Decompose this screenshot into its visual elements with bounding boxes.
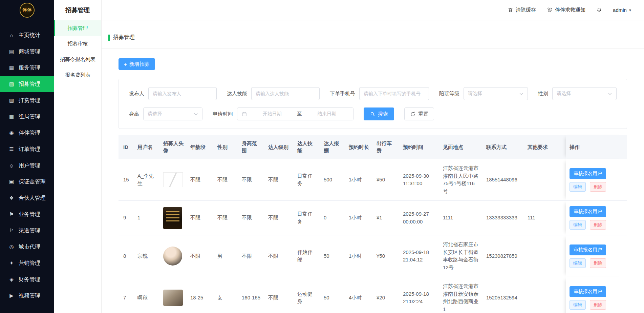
- clear-cache-button[interactable]: 清除缓存: [508, 7, 536, 13]
- delete-button[interactable]: 删除: [590, 258, 606, 268]
- gender-field: 性别 请选择: [538, 87, 617, 100]
- recruiter-avatar-image: [163, 247, 182, 266]
- header-duration: 预约时长: [345, 135, 373, 159]
- cell-location: 河北省石家庄市长安区长丰街道丰收路与金石街12号: [439, 235, 483, 277]
- publisher-field: 发布人: [129, 87, 217, 100]
- cell-contact: 18551448096: [483, 159, 524, 201]
- home-icon: ⌂: [8, 33, 15, 38]
- companion-level-field: 陪玩等级 请选择: [439, 87, 528, 100]
- cell-height: 不限: [238, 235, 265, 277]
- submenu-item-recruit-manage[interactable]: 招募管理: [54, 20, 101, 36]
- chevron-down-icon: [193, 111, 199, 117]
- sidebar-item-cooperation[interactable]: ❖合伙人管理: [0, 190, 54, 206]
- cell-height: 160-165: [238, 277, 265, 313]
- sidebar-item-city-agent[interactable]: ◎城市代理: [0, 239, 54, 255]
- height-select[interactable]: 请选择: [143, 107, 202, 120]
- sidebar-item-label: 营销管理: [19, 260, 40, 267]
- notifications-button[interactable]: [596, 7, 602, 13]
- height-field: 身高 请选择: [129, 107, 202, 120]
- delete-button[interactable]: 删除: [590, 220, 606, 230]
- edit-button[interactable]: 编辑: [570, 182, 586, 192]
- apply-time-label: 申请时间: [213, 111, 233, 117]
- main-area: 清除缓存 伴伴求救通知 admin ▾ 招募管理 +: [102, 0, 644, 313]
- gender-select[interactable]: 请选择: [552, 87, 617, 100]
- sos-notice-button[interactable]: 伴伴求救通知: [547, 7, 585, 13]
- cell-duration: 1小时: [345, 201, 373, 235]
- sidebar-item-home-stats[interactable]: ⌂主页统计: [0, 27, 54, 43]
- sidebar-item-service[interactable]: ▦服务管理: [0, 60, 54, 76]
- skill-input[interactable]: [251, 87, 320, 100]
- cell-reward: 500: [320, 159, 345, 201]
- content: 招募管理 + 新增招募 发布人 达人技能: [102, 20, 644, 313]
- add-recruit-button[interactable]: + 新增招募: [119, 58, 155, 70]
- apply-time-range-picker[interactable]: 开始日期 至 结束日期: [237, 107, 353, 120]
- recruiter-avatar-image: [163, 172, 183, 187]
- header-avatar: 招募人头像: [160, 135, 187, 159]
- sidebar-item-finance[interactable]: ◈财务管理: [0, 271, 54, 288]
- cell-gender: 女: [214, 277, 238, 313]
- sidebar-item-label: 业务管理: [19, 211, 40, 218]
- sidebar-item-order[interactable]: ☰订单管理: [0, 141, 54, 157]
- cell-time: 2025-09-30 11:31:00: [400, 159, 439, 201]
- cell-duration: 4小时: [345, 277, 373, 313]
- sidebar-item-business[interactable]: ⚑业务管理: [0, 206, 54, 222]
- row-actions: 编辑 删除: [570, 220, 624, 230]
- secondary-sidebar: 招募管理 招募管理 招募审核 招募令报名列表 报名费列表: [54, 0, 102, 313]
- reset-button[interactable]: 重置: [404, 107, 434, 120]
- edit-button[interactable]: 编辑: [570, 300, 586, 310]
- sidebar-item-video[interactable]: ▶视频管理: [0, 288, 54, 304]
- order-phone-input[interactable]: [359, 87, 429, 100]
- delete-button[interactable]: 删除: [590, 300, 606, 310]
- review-signup-users-button[interactable]: 审核报名用户: [570, 168, 606, 179]
- user-menu[interactable]: admin ▾: [613, 7, 631, 13]
- publisher-label: 发布人: [129, 91, 144, 97]
- cell-age: 不限: [187, 159, 214, 201]
- delete-button[interactable]: 删除: [590, 182, 606, 192]
- sidebar-item-label: 保证金管理: [19, 178, 46, 185]
- sidebar-item-label: 主页统计: [19, 32, 40, 39]
- cell-avatar: [160, 159, 187, 201]
- cell-fare: ¥50: [373, 235, 400, 277]
- sidebar-item-partner[interactable]: ◉伴伴管理: [0, 125, 54, 141]
- reward-icon: ▨: [8, 97, 15, 103]
- cell-fare: ¥50: [373, 159, 400, 201]
- edit-button[interactable]: 编辑: [570, 220, 586, 230]
- app-logo: 伴伴: [20, 3, 35, 18]
- cell-age: 18-25: [187, 277, 214, 313]
- sidebar-item-user[interactable]: ☺用户管理: [0, 157, 54, 174]
- cell-avatar: [160, 277, 187, 313]
- cell-avatar: [160, 235, 187, 277]
- filter-row-2: 身高 请选择 申请时间 开始日期 至: [129, 107, 617, 120]
- recruit-table-wrap: ID 用户名 招募人头像 年龄段 性别 身高范围 达人级别 达人技能 达人报酬 …: [119, 135, 627, 313]
- recruit-table: ID 用户名 招募人头像 年龄段 性别 身高范围 达人级别 达人技能 达人报酬 …: [119, 135, 627, 313]
- sidebar-item-label: 服务管理: [19, 64, 40, 72]
- cell-level: 不限: [265, 277, 294, 313]
- sidebar-item-mall[interactable]: ▤商城管理: [0, 43, 54, 60]
- submenu-item-recruit-signup-list[interactable]: 招募令报名列表: [54, 52, 101, 67]
- review-signup-users-button[interactable]: 审核报名用户: [570, 244, 606, 255]
- companion-level-select[interactable]: 请选择: [464, 87, 528, 100]
- sidebar-item-reward[interactable]: ▨打赏管理: [0, 92, 54, 109]
- order-phone-field: 下单手机号: [330, 87, 429, 100]
- cell-gender: 男: [214, 235, 238, 277]
- filter-panel: 发布人 达人技能 下单手机号 陪玩等级: [119, 79, 627, 129]
- sidebar-item-group[interactable]: ▩组局管理: [0, 109, 54, 125]
- group-icon: ▩: [8, 114, 15, 120]
- edit-button[interactable]: 编辑: [570, 258, 586, 268]
- publisher-input[interactable]: [148, 87, 217, 100]
- review-signup-users-button[interactable]: 审核报名用户: [570, 286, 606, 297]
- sidebar-item-channel[interactable]: ⚐渠道管理: [0, 222, 54, 239]
- submenu-item-recruit-audit[interactable]: 招募审核: [54, 36, 101, 52]
- finance-icon: ◈: [8, 276, 15, 282]
- row-actions: 编辑 删除: [570, 258, 624, 268]
- sidebar-item-deposit[interactable]: ▣保证金管理: [0, 174, 54, 190]
- search-button[interactable]: 搜索: [364, 107, 394, 120]
- recruiter-avatar-image: [163, 290, 183, 306]
- sidebar-item-recruit[interactable]: ▧招募管理: [0, 76, 54, 92]
- height-label: 身高: [129, 111, 139, 117]
- sidebar-item-marketing[interactable]: ✦营销管理: [0, 255, 54, 271]
- submenu-item-signup-fee-list[interactable]: 报名费列表: [54, 67, 101, 83]
- review-signup-users-button[interactable]: 审核报名用户: [570, 206, 606, 217]
- app-root: 伴伴 ⌂主页统计 ▤商城管理 ▦服务管理 ▧招募管理 ▨打赏管理 ▩组局管理 ◉…: [0, 0, 644, 313]
- filter-row-1: 发布人 达人技能 下单手机号 陪玩等级: [129, 87, 617, 100]
